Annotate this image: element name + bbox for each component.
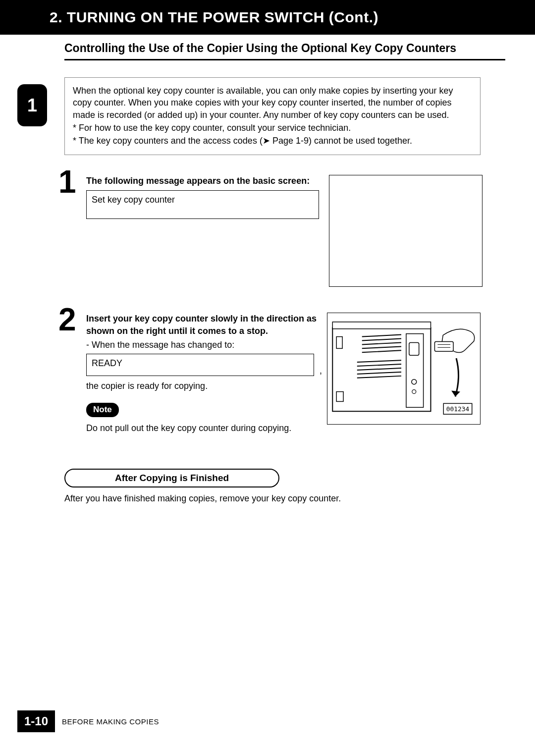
step-2-illustration: 001234 [327, 313, 481, 425]
step-1: 1 The following message appears on the b… [64, 175, 481, 287]
info-main: When the optional key copy counter is av… [73, 86, 453, 120]
subtitle-wrap: Controlling the Use of the Copier Using … [0, 35, 535, 64]
step-2-message: READY [92, 358, 122, 368]
step-1-message-box: Set key copy counter [86, 190, 319, 219]
page-number: 1-10 [17, 710, 55, 732]
svg-rect-17 [336, 392, 343, 402]
svg-rect-13 [409, 343, 419, 356]
chapter-tab: 1 [17, 84, 47, 126]
step-1-illustration-placeholder [329, 175, 482, 287]
step-2: 2 Insert your key copy counter slowly in… [64, 313, 481, 434]
step-2-number: 2 [58, 304, 76, 335]
page-title-bar: 2. TURNING ON THE POWER SWITCH (Cont.) [0, 0, 535, 35]
page-footer: 1-10 BEFORE MAKING COPIES [17, 710, 159, 732]
steps-area: 1 The following message appears on the b… [64, 175, 481, 504]
note-label: Note [86, 403, 119, 417]
svg-point-15 [412, 390, 416, 394]
note-label-text: Note [93, 405, 112, 414]
footer-section: BEFORE MAKING COPIES [62, 717, 159, 726]
step-1-number: 1 [58, 166, 76, 198]
after-title: After Copying is Finished [115, 473, 229, 483]
step-2-line1: - When the message has changed to: [86, 339, 317, 351]
page-title: 2. TURNING ON THE POWER SWITCH (Cont.) [50, 9, 378, 25]
step-2-comma: , [320, 365, 322, 377]
step-2-line2: the copier is ready for copying. [86, 380, 317, 392]
svg-rect-18 [434, 342, 453, 352]
svg-rect-16 [336, 337, 342, 349]
note-text: Do not pull out the key copy counter dur… [86, 422, 317, 434]
after-text: After you have finished making copies, r… [64, 493, 481, 504]
step-2-message-box: READY [86, 354, 314, 376]
subtitle: Controlling the Use of the Copier Using … [64, 42, 505, 55]
info-bullet-1: * For how to use the key copy counter, c… [73, 122, 472, 134]
svg-rect-1 [332, 322, 430, 329]
step-2-heading: Insert your key copy counter slowly in t… [86, 313, 317, 337]
chapter-number: 1 [27, 95, 37, 116]
copier-illustration-icon: 001234 [327, 313, 480, 424]
page-number-text: 1-10 [24, 714, 48, 728]
info-box: When the optional key copy counter is av… [64, 77, 481, 155]
svg-point-14 [412, 379, 417, 384]
after-title-pill: After Copying is Finished [64, 469, 279, 487]
svg-marker-21 [451, 391, 460, 397]
divider [64, 59, 505, 60]
info-bullet-2: * The key copy counters and the access c… [73, 135, 472, 147]
step-1-heading: The following message appears on the bas… [86, 175, 319, 187]
counter-reading: 001234 [446, 406, 470, 413]
step-1-message: Set key copy counter [92, 195, 175, 205]
